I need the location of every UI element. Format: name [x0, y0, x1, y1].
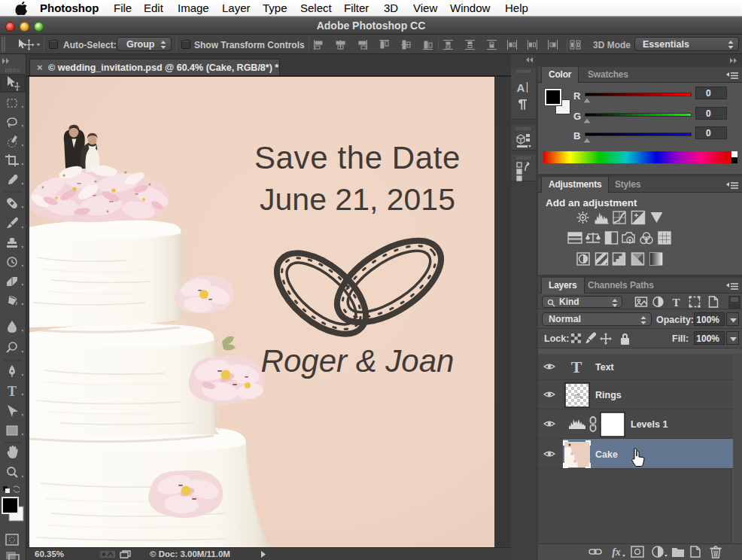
svg-text:A: A: [517, 81, 525, 94]
svg-text:T: T: [8, 384, 17, 399]
svg-text:fx: fx: [612, 546, 621, 558]
svg-text:T: T: [571, 358, 582, 376]
svg-text:T: T: [672, 297, 680, 309]
